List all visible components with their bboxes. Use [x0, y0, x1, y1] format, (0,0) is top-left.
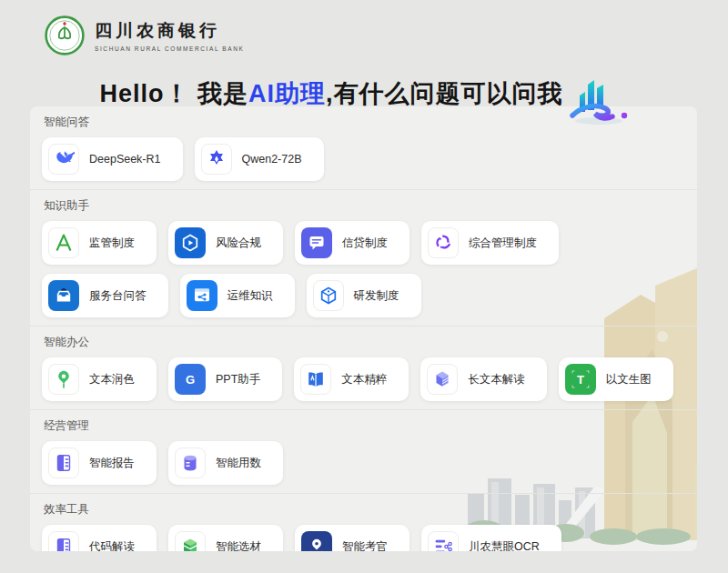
purple-doc-icon [48, 447, 79, 478]
g-letter-icon [175, 364, 206, 395]
book-icon [300, 364, 331, 395]
card-risk-compliance[interactable]: 风险合规 [168, 221, 283, 265]
card-label: 文本润色 [89, 372, 135, 387]
section-title: 知识助手 [44, 198, 685, 214]
card-service-desk-qa[interactable]: 服务台问答 [42, 274, 168, 317]
card-credit-system[interactable]: 信贷制度 [295, 221, 410, 265]
card-text-polish[interactable]: 文本润色 [42, 357, 157, 401]
card-regulation-system[interactable]: 监管制度 [42, 221, 157, 265]
card-code-reading[interactable]: 代码解读 [42, 525, 157, 551]
card-label: 以文生图 [606, 372, 652, 387]
card-label: 风险合规 [216, 236, 261, 251]
card-label: 川农慧眼OCR [469, 539, 540, 552]
card-label: 智能用数 [216, 456, 261, 471]
purple-doc-icon [48, 531, 79, 551]
card-deepseek-r1[interactable]: DeepSeek-R1 [42, 137, 183, 181]
chat-lines-icon [301, 227, 332, 258]
card-label: 服务台问答 [89, 288, 147, 304]
database-icon [175, 447, 206, 478]
greeting-headline: Hello！ 我是AI助理,有什么问题可以问我 [0, 69, 728, 118]
bank-logo-icon [44, 15, 86, 56]
green-pin-icon [48, 364, 79, 395]
card-ppt-assistant[interactable]: PPT助手 [168, 357, 282, 401]
card-label: 智能考官 [342, 539, 388, 552]
greeting-highlight: AI助理 [248, 80, 326, 107]
card-label: 研发制度 [354, 288, 399, 304]
deepseek-whale-icon [48, 144, 79, 175]
browser-share-icon [187, 280, 217, 311]
greeting-text: Hello！ 我是AI助理,有什么问题可以问我 [99, 77, 562, 110]
card-label: 运维知识 [228, 288, 273, 304]
card-label: 综合管理制度 [469, 236, 537, 251]
card-qwen2-72b[interactable]: Qwen2-72B [195, 137, 324, 181]
hexagon-cube-icon [175, 227, 206, 258]
green-a-icon [48, 227, 79, 258]
card-long-text-reading[interactable]: 长文本解读 [420, 357, 547, 401]
card-label: 智能报告 [89, 456, 135, 471]
card-label: 代码解读 [89, 539, 135, 552]
inbox-icon [48, 280, 79, 311]
bank-name-cn: 四川农商银行 [95, 19, 244, 43]
ai-assistant-logo-icon [569, 77, 629, 126]
blue-cube-icon [313, 280, 344, 311]
section-knowledge-assistant: 知识助手 监管制度 风险合规 信贷制度 综合管理制度 服务台问答 [30, 190, 697, 327]
cube-3d-icon [427, 364, 458, 395]
card-ops-knowledge[interactable]: 运维知识 [180, 274, 295, 317]
section-business-management: 经营管理 智能报告 智能用数 [30, 410, 697, 494]
section-title: 效率工具 [44, 502, 685, 518]
card-label: Qwen2-72B [242, 153, 302, 166]
card-label: 文本精粹 [341, 372, 387, 387]
assistant-panel: 智能问答 DeepSeek-R1 Qwen2-72B 知识助手 监管制度 风险合… [30, 106, 697, 551]
card-smart-examiner[interactable]: 智能考官 [295, 525, 410, 551]
card-label: 智能选材 [216, 539, 261, 552]
card-label: DeepSeek-R1 [89, 153, 161, 166]
greeting-prefix: Hello！ 我是 [99, 80, 248, 107]
card-smart-data[interactable]: 智能用数 [168, 441, 283, 485]
card-rnd-system[interactable]: 研发制度 [307, 274, 421, 317]
ocr-share-icon [428, 531, 459, 551]
section-smart-office: 智能办公 文本润色 PPT助手 文本精粹 长文本解读 以文生图 [30, 327, 697, 410]
card-smart-material[interactable]: 智能选材 [168, 525, 283, 551]
brand-header: 四川农商银行 SICHUAN RURAL COMMERCIAL BANK [44, 15, 244, 56]
section-efficiency-tools: 效率工具 代码解读 智能选材 智能考官 川农慧眼OCR [30, 494, 697, 551]
badge-pin-icon [301, 531, 332, 551]
section-title: 经营管理 [44, 418, 685, 434]
card-ocr[interactable]: 川农慧眼OCR [421, 525, 561, 551]
card-label: PPT助手 [216, 372, 260, 387]
qwen-star-icon [201, 144, 232, 175]
card-label: 信贷制度 [342, 236, 388, 251]
card-text-to-image[interactable]: 以文生图 [559, 357, 673, 401]
section-title: 智能办公 [44, 335, 685, 350]
card-label: 监管制度 [89, 236, 135, 251]
t-letter-icon [565, 364, 596, 395]
purple-knot-icon [428, 227, 459, 258]
card-text-essence[interactable]: 文本精粹 [294, 357, 409, 401]
card-smart-report[interactable]: 智能报告 [42, 441, 157, 485]
card-label: 长文本解读 [468, 372, 525, 387]
greeting-suffix: ,有什么问题可以问我 [326, 80, 563, 107]
bank-name-en: SICHUAN RURAL COMMERCIAL BANK [95, 45, 244, 52]
green-box-icon [175, 531, 206, 551]
card-general-management-system[interactable]: 综合管理制度 [421, 221, 559, 265]
